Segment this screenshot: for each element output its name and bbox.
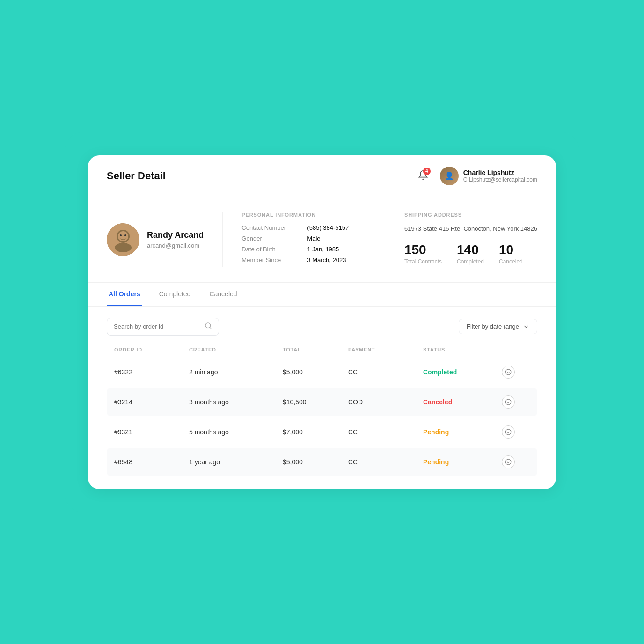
page-title: Seller Detail: [107, 170, 166, 182]
svg-point-9: [505, 429, 511, 435]
member-val: 3 March, 2023: [307, 256, 346, 263]
search-input[interactable]: [114, 323, 201, 330]
col-created: CREATED: [189, 347, 283, 352]
col-payment: PAYMENT: [348, 347, 423, 352]
member-key: Member Since: [242, 256, 307, 263]
profile-left: Randy Arcand arcand@gmail.com: [107, 212, 204, 267]
stat-completed: 140 Completed: [457, 242, 484, 265]
action-6322: [502, 366, 530, 379]
order-id-6548: #6548: [114, 458, 189, 466]
notification-badge: 4: [423, 168, 431, 175]
search-icon: [205, 322, 212, 331]
order-id-6322: #6322: [114, 368, 189, 376]
table-row: #6548 1 year ago $5,000 CC Pending: [107, 448, 537, 476]
gender-key: Gender: [242, 235, 307, 242]
user-info: 👤 Charlie Lipshutz C.Lipshutz@sellercapi…: [440, 167, 537, 185]
action-9321: [502, 425, 530, 439]
dob-val: 1 Jan, 1985: [307, 246, 339, 253]
info-row-member: Member Since 3 March, 2023: [242, 256, 362, 263]
svg-point-4: [124, 234, 126, 236]
orders-toolbar: Filter by date range: [107, 318, 537, 336]
personal-info-label: PERSONAL INFORMATION: [242, 212, 362, 218]
tab-completed[interactable]: Completed: [157, 283, 193, 306]
created-6322: 2 min ago: [189, 368, 283, 376]
table-row: #6322 2 min ago $5,000 CC Completed: [107, 358, 537, 386]
status-6548: Pending: [423, 458, 502, 466]
search-box[interactable]: [107, 318, 219, 336]
profile-section: Randy Arcand arcand@gmail.com PERSONAL I…: [88, 197, 556, 283]
created-3214: 3 months ago: [189, 398, 283, 406]
expand-icon: [505, 459, 512, 465]
svg-point-6: [205, 323, 211, 328]
info-row-contact: Contact Number (585) 384-5157: [242, 224, 362, 231]
stat-canceled-number: 10: [499, 242, 523, 257]
expand-button-9321[interactable]: [502, 425, 515, 439]
expand-button-6548[interactable]: [502, 455, 515, 468]
total-6322: $5,000: [283, 368, 348, 376]
tabs-section: All Orders Completed Canceled: [88, 283, 556, 307]
svg-point-3: [120, 234, 122, 236]
payment-3214: COD: [348, 398, 423, 406]
header-right: 4 👤 Charlie Lipshutz C.Lipshutz@sellerca…: [414, 167, 537, 185]
avatar-face: [107, 223, 139, 256]
svg-point-5: [115, 243, 132, 252]
svg-point-10: [505, 459, 511, 465]
tab-all-orders[interactable]: All Orders: [107, 283, 142, 306]
info-row-dob: Date of Birth 1 Jan, 1985: [242, 246, 362, 253]
stat-total-label: Total Contracts: [404, 258, 442, 265]
expand-icon: [505, 429, 512, 435]
svg-point-7: [505, 369, 511, 375]
payment-6322: CC: [348, 368, 423, 376]
info-table: Contact Number (585) 384-5157 Gender Mal…: [242, 224, 362, 263]
profile-info: Randy Arcand arcand@gmail.com: [147, 230, 204, 249]
action-6548: [502, 455, 530, 468]
personal-information: PERSONAL INFORMATION Contact Number (585…: [222, 212, 381, 267]
stats-row: 150 Total Contracts 140 Completed 10 Can…: [404, 242, 537, 265]
stat-canceled: 10 Canceled: [499, 242, 523, 265]
order-id-3214: #3214: [114, 398, 189, 406]
avatar: 👤: [440, 167, 459, 185]
expand-button-3214[interactable]: [502, 395, 515, 409]
avatar-image: 👤: [440, 167, 459, 185]
profile-avatar: [107, 223, 139, 256]
order-id-9321: #9321: [114, 428, 189, 436]
contact-key: Contact Number: [242, 224, 307, 231]
col-action: [502, 347, 530, 352]
notification-button[interactable]: 4: [414, 167, 432, 185]
expand-icon: [505, 369, 512, 375]
shipping-label: SHIPPING ADDRESS: [404, 212, 537, 218]
table-row: #9321 5 months ago $7,000 CC Pending: [107, 418, 537, 446]
table-row: #3214 3 months ago $10,500 COD Canceled: [107, 388, 537, 416]
stat-completed-number: 140: [457, 242, 484, 257]
dob-key: Date of Birth: [242, 246, 307, 253]
created-6548: 1 year ago: [189, 458, 283, 466]
stat-total-contracts: 150 Total Contracts: [404, 242, 442, 265]
filter-label: Filter by date range: [467, 323, 519, 330]
col-order-id: ORDER ID: [114, 347, 189, 352]
created-9321: 5 months ago: [189, 428, 283, 436]
expand-icon: [505, 399, 512, 405]
profile-email: arcand@gmail.com: [147, 242, 204, 249]
shipping-address: 61973 State 415 Rte, Cohocton, New York …: [404, 224, 537, 234]
user-email: C.Lipshutz@sellercapital.com: [463, 176, 537, 183]
info-row-gender: Gender Male: [242, 235, 362, 242]
action-3214: [502, 395, 530, 409]
svg-point-8: [505, 399, 511, 405]
shipping-section: SHIPPING ADDRESS 61973 State 415 Rte, Co…: [400, 212, 537, 267]
gender-val: Male: [307, 235, 320, 242]
expand-button-6322[interactable]: [502, 366, 515, 379]
chevron-down-icon: [523, 323, 529, 330]
tab-canceled[interactable]: Canceled: [207, 283, 239, 306]
stat-completed-label: Completed: [457, 258, 484, 265]
status-6322: Completed: [423, 368, 502, 376]
contact-val: (585) 384-5157: [307, 224, 349, 231]
stat-canceled-label: Canceled: [499, 258, 523, 265]
stat-total-number: 150: [404, 242, 442, 257]
col-total: TOTAL: [283, 347, 348, 352]
table-header: ORDER ID CREATED TOTAL PAYMENT STATUS: [107, 347, 537, 358]
status-3214: Canceled: [423, 398, 502, 406]
total-9321: $7,000: [283, 428, 348, 436]
orders-table: ORDER ID CREATED TOTAL PAYMENT STATUS #6…: [107, 347, 537, 476]
filter-button[interactable]: Filter by date range: [459, 319, 537, 334]
total-6548: $5,000: [283, 458, 348, 466]
